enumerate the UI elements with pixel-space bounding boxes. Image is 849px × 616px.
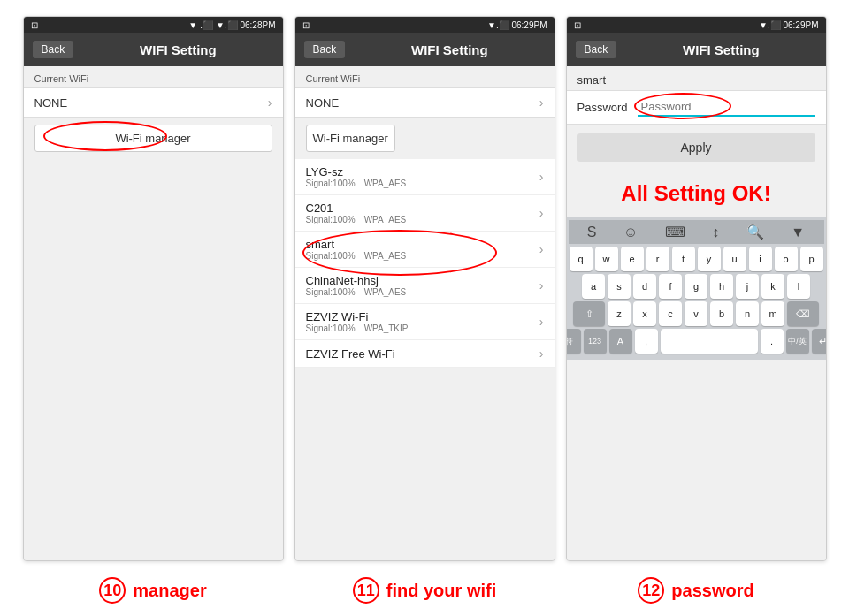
wifi-list-item-lyg[interactable]: LYG-sz Signal:100% WPA_AES › [295,159,555,195]
key-u[interactable]: u [723,247,746,271]
kb-toolbar-down[interactable]: ▼ [791,224,805,240]
time-2: ▼.⬛ 06:29PM [487,20,547,30]
kb-toolbar-emoji[interactable]: ☺ [623,224,638,240]
screen-content-1: Current WiFi NONE › Wi-Fi manager [24,66,283,560]
keyboard-row-1: q w e r t y u i o p [569,247,824,271]
key-w[interactable]: w [595,247,618,271]
key-comma[interactable]: , [635,329,658,354]
key-g[interactable]: g [685,274,708,299]
wifi-list-item-ezviz-free[interactable]: EZVIZ Free Wi-Fi › [295,340,555,368]
nav-title-2: WIFI Setting [354,42,545,57]
chevron-icon-1: › [268,95,272,110]
wifi-enc-smart: WPA_AES [364,251,407,261]
key-l[interactable]: l [787,274,810,299]
wifi-icon-1: ▼ [188,20,197,30]
wifi-name-smart: smart [306,238,407,251]
key-x[interactable]: x [633,301,656,326]
key-j[interactable]: j [736,274,759,299]
back-button-3[interactable]: Back [576,41,617,58]
wifi-list-item-ezviz[interactable]: EZVIZ Wi-Fi Signal:100% WPA_TKIP › [295,304,555,340]
wifi-none-text-2: NONE [306,96,340,110]
chevron-smart: › [539,242,544,256]
kb-toolbar-search[interactable]: 🔍 [746,224,764,240]
key-m[interactable]: m [761,301,784,326]
wifi-current-row-2[interactable]: NONE › [295,87,555,118]
step-label-12: 12 password [566,577,827,604]
back-button-2[interactable]: Back [304,41,346,58]
key-sym[interactable]: 符 [566,329,581,354]
wifi-name-chinanet: ChinaNet-hhsj [306,274,407,287]
kb-toolbar-keyboard[interactable]: ⌨ [665,224,685,240]
step-text-11: find your wifi [386,581,496,601]
wifi-name-c201: C201 [306,202,407,215]
signal-icon-1: .⬛ [200,20,213,30]
wifi-signal-lyg: Signal:100% [306,179,356,188]
key-y[interactable]: y [698,247,721,271]
key-shift[interactable]: ⇧ [573,301,605,326]
key-n[interactable]: n [736,301,759,326]
nav-title-1: WIFI Setting [82,42,273,57]
key-h[interactable]: h [710,274,733,299]
key-p[interactable]: p [800,247,823,271]
wifi-name-ezviz-free: EZVIZ Free Wi-Fi [306,347,395,361]
key-i[interactable]: i [749,247,772,271]
key-space[interactable] [661,329,758,354]
key-e[interactable]: e [621,247,644,271]
key-r[interactable]: r [646,247,669,271]
apply-button[interactable]: Apply [577,133,815,162]
key-k[interactable]: k [761,274,784,299]
kb-toolbar-s[interactable]: S [587,224,597,240]
nav-title-3: WIFI Setting [625,42,816,57]
status-left-3: ⊡ [574,20,581,30]
key-f[interactable]: f [659,274,682,299]
password-label: Password [577,101,631,114]
step-text-10: manager [133,581,206,601]
key-v[interactable]: v [685,301,708,326]
status-bar-3: ⊡ ▼.⬛ 06:29PM [567,17,826,33]
kb-toolbar-swap[interactable]: ↕ [712,224,719,240]
wifi-current-row-1[interactable]: NONE › [24,87,283,118]
password-input-wrap [638,98,815,117]
screen-content-2: Current WiFi NONE › Wi-Fi manager LYG-sz… [295,66,555,560]
key-c[interactable]: c [659,301,682,326]
key-q[interactable]: q [570,247,593,271]
key-a[interactable]: a [582,274,605,299]
back-button-1[interactable]: Back [33,41,74,58]
key-t[interactable]: t [672,247,695,271]
time-3: ▼.⬛ 06:29PM [759,20,818,30]
key-b[interactable]: b [710,301,733,326]
status-right-2: ▼.⬛ 06:29PM [487,20,547,30]
key-123[interactable]: 123 [584,329,607,354]
chevron-ezviz-free: › [539,346,544,361]
key-o[interactable]: o [775,247,798,271]
status-bar-1: ⊡ ▼ .⬛ ▼.⬛ 06:28PM [24,17,283,33]
wifi-list: LYG-sz Signal:100% WPA_AES › C201 Signal… [295,159,555,368]
labels-row: 10 manager 11 find your wifi 12 password [0,570,849,616]
key-period[interactable]: . [761,329,784,354]
key-z[interactable]: z [608,301,631,326]
wifi-list-item-c201[interactable]: C201 Signal:100% WPA_AES › [295,195,555,232]
wifi-list-item-smart[interactable]: smart Signal:100% WPA_AES › [295,232,555,268]
time-1: ▼.⬛ 06:28PM [216,20,275,30]
step-text-12: password [671,581,753,601]
chevron-chinanet: › [539,278,544,293]
password-input[interactable] [638,98,815,117]
password-section: smart Password Apply All Setting OK! S ☺… [567,66,826,560]
wifi-name-lyg: LYG-sz [306,165,407,179]
screen-2: ⊡ ▼.⬛ 06:29PM Back WIFI Setting Current … [294,16,555,561]
nav-bar-1: Back WIFI Setting [24,33,283,66]
key-cn-en[interactable]: 中/英 [786,329,809,354]
chevron-lyg: › [539,170,544,184]
wifi-manager-button-1[interactable]: Wi-Fi manager [34,125,272,152]
status-right-1: ▼ .⬛ ▼.⬛ 06:28PM [188,20,275,30]
key-delete[interactable]: ⌫ [787,301,819,326]
key-s[interactable]: s [608,274,631,299]
status-left-2: ⊡ [302,20,310,30]
key-enter[interactable]: ↵ [812,329,827,354]
key-d[interactable]: d [633,274,656,299]
key-input-lang[interactable]: A [609,329,632,354]
chevron-ezviz: › [539,315,544,329]
wifi-manager-button-2[interactable]: Wi-Fi manager [306,125,395,152]
nav-bar-3: Back WIFI Setting [567,33,826,66]
wifi-list-item-chinanet[interactable]: ChinaNet-hhsj Signal:100% WPA_AES › [295,268,555,304]
